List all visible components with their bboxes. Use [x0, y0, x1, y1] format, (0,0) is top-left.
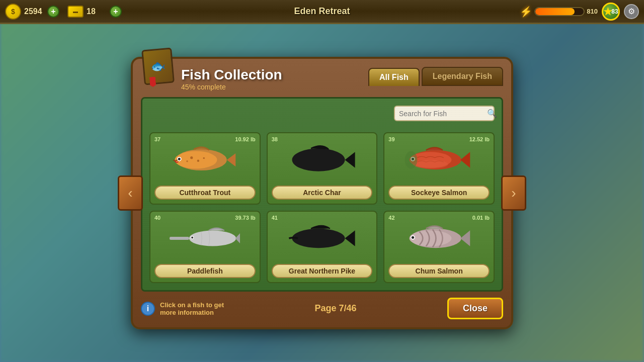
svg-marker-13	[460, 152, 470, 168]
modal-header: Fish Collection 45% complete All Fish Le…	[141, 67, 503, 91]
fish-number: 40	[154, 215, 160, 221]
svg-point-22	[191, 237, 193, 239]
fish-name: Chum Salmon	[388, 264, 490, 278]
title-section: Fish Collection 45% complete	[181, 67, 368, 91]
book-icon	[143, 49, 178, 84]
energy-fill	[535, 8, 575, 15]
fish-grid: 37 10.92 lb Cutthroat Trout 38	[149, 132, 495, 283]
fish-name: Sockeye Salmon	[388, 186, 490, 200]
tab-all-fish[interactable]: All Fish	[368, 68, 420, 86]
fish-card-5[interactable]: 42 0.01 lb Chum Salmon	[383, 211, 495, 283]
fish-collection-modal: ‹ › Fish Collection 45% complete All Fis…	[131, 57, 513, 329]
fish-number: 42	[388, 215, 394, 221]
level-value: 83	[611, 8, 618, 15]
coins-section: $ 2594 +	[5, 4, 59, 20]
fish-image	[388, 216, 490, 261]
fish-image	[272, 137, 373, 183]
svg-point-8	[178, 158, 181, 160]
fish-card-3[interactable]: 40 39.73 lb Paddlefish	[149, 211, 261, 283]
fish-number: 38	[272, 136, 278, 142]
hud-right: ⚡ 810 ★ 83 ⚙	[520, 3, 639, 21]
info-text: Click on a fish to getmore information	[160, 301, 224, 316]
fish-card-2[interactable]: 39 12.52 lb Sockeye Salmon	[383, 132, 495, 205]
svg-marker-20	[235, 231, 240, 245]
svg-point-5	[187, 160, 189, 162]
book-shape	[141, 48, 175, 85]
gold-value: 18	[87, 7, 107, 16]
fish-number: 39	[388, 136, 394, 142]
lightning-icon: ⚡	[520, 6, 532, 18]
add-gold-button[interactable]: +	[110, 6, 122, 18]
fish-card-1[interactable]: 38 Arctic Char	[267, 132, 378, 205]
tab-legendary-fish[interactable]: Legendary Fish	[422, 67, 503, 86]
coin-icon: $	[5, 4, 21, 20]
fish-name: Paddlefish	[154, 264, 256, 278]
add-coins-button[interactable]: +	[47, 6, 59, 18]
energy-bar	[534, 7, 585, 16]
svg-marker-6	[227, 153, 236, 166]
fish-number: 41	[272, 215, 278, 221]
svg-point-9	[292, 148, 345, 171]
fish-image	[154, 137, 256, 183]
svg-point-17	[405, 151, 417, 169]
svg-point-14	[413, 160, 448, 169]
coin-value: 2594	[24, 7, 44, 16]
svg-point-23	[292, 229, 345, 248]
fish-card-0[interactable]: 37 10.92 lb Cutthroat Trout	[149, 132, 261, 205]
gold-section: ▬ 18 +	[67, 6, 122, 18]
svg-point-29	[412, 236, 414, 239]
fish-image	[154, 216, 256, 261]
fish-weight: 39.73 lb	[235, 215, 255, 221]
fish-image	[388, 137, 490, 183]
search-input[interactable]	[399, 110, 487, 118]
search-icon[interactable]: 🔍	[487, 109, 497, 118]
prev-page-button[interactable]: ‹	[118, 175, 143, 211]
fish-number: 37	[154, 136, 160, 142]
modal-title: Fish Collection	[181, 67, 368, 83]
content-area: 🔍 37 10.92 lb Cutthroat Trout	[141, 97, 503, 292]
svg-marker-24	[345, 230, 355, 246]
page-info: Page 7/46	[229, 303, 442, 314]
svg-point-3	[197, 160, 199, 162]
fish-image	[272, 216, 373, 261]
svg-point-26	[409, 230, 451, 246]
level-badge: ★ 83	[602, 3, 620, 21]
location-title: Eden Retreat	[294, 6, 350, 17]
svg-point-2	[190, 156, 193, 159]
search-bar[interactable]: 🔍	[394, 106, 495, 121]
hud-bar: $ 2594 + ▬ 18 + Eden Retreat ⚡ 810 ★ 83 …	[0, 0, 644, 24]
energy-section: ⚡ 810	[520, 6, 598, 18]
fish-weight: 0.01 lb	[472, 215, 490, 221]
fish-name: Arctic Char	[272, 186, 373, 200]
modal-footer: i Click on a fish to getmore information…	[141, 298, 503, 319]
tabs: All Fish Legendary Fish	[368, 67, 503, 86]
energy-value: 810	[587, 8, 598, 15]
fish-name: Great Northern Pike	[272, 264, 373, 278]
svg-marker-10	[345, 152, 355, 168]
fish-card-4[interactable]: 41 Great Northern Pike	[267, 211, 378, 283]
fish-weight: 12.52 lb	[469, 136, 490, 142]
next-page-button[interactable]: ›	[501, 175, 526, 211]
settings-button[interactable]: ⚙	[624, 4, 639, 19]
fish-weight: 10.92 lb	[235, 136, 255, 142]
svg-rect-18	[170, 237, 189, 240]
close-button[interactable]: Close	[447, 298, 503, 319]
gold-icon: ▬	[67, 6, 84, 18]
svg-point-19	[189, 230, 236, 246]
svg-marker-27	[460, 230, 470, 246]
modal-subtitle: 45% complete	[181, 83, 368, 91]
info-icon: i	[141, 302, 155, 316]
svg-point-4	[203, 157, 205, 159]
modal-overlay: ‹ › Fish Collection 45% complete All Fis…	[0, 24, 644, 362]
fish-name: Cutthroat Trout	[154, 186, 256, 200]
